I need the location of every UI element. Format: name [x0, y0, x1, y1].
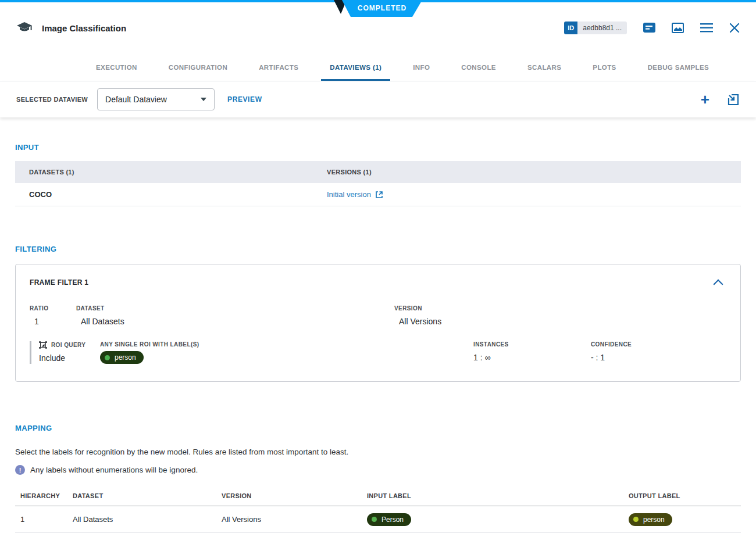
ratio-label: RATIO [30, 305, 76, 312]
version-label: VERSION [394, 305, 441, 312]
dataview-select[interactable]: Default Dataview [97, 88, 215, 110]
id-value: aedbb8d1 ... [577, 22, 627, 34]
collapse-chevron-up-icon[interactable] [714, 280, 723, 289]
roi-icon [39, 341, 47, 349]
column-dataset: DATASET [73, 492, 222, 499]
input-label-chip: Person [367, 513, 411, 526]
roi-mode: Include [39, 353, 100, 363]
dataset-value: All Datasets [73, 515, 222, 524]
tab-scalars[interactable]: SCALARS [512, 53, 577, 81]
dataview-select-value: Default Dataview [105, 95, 167, 104]
app-header: Image Classification ID aedbb8d1 ... [0, 2, 756, 53]
hierarchy-value: 1 [15, 515, 73, 524]
frame-filter-title: FRAME FILTER 1 [30, 278, 88, 287]
roi-label-chip: person [100, 351, 144, 364]
instances-value: 1 : ∞ [473, 353, 591, 362]
debug-image-icon[interactable] [672, 23, 684, 33]
tab-dataviews[interactable]: DATAVIEWS (1) [314, 53, 397, 81]
tab-execution[interactable]: EXECUTION [80, 53, 153, 81]
column-datasets: DATASETS (1) [15, 169, 327, 176]
id-label: ID [564, 22, 577, 34]
ratio-value: 1 [30, 317, 76, 326]
import-dataview-button[interactable] [727, 93, 740, 106]
output-label-chip: person [629, 513, 672, 526]
label-color-dot [105, 355, 110, 360]
label-color-dot [372, 517, 377, 522]
instances-label: INSTANCES [473, 341, 591, 348]
page-title: Image Classification [42, 23, 126, 33]
tab-configuration[interactable]: CONFIGURATION [153, 53, 243, 81]
version-link[interactable]: Initial version [327, 190, 383, 199]
mapping-table-header: HIERARCHY DATASET VERSION INPUT LABEL OU… [15, 485, 741, 506]
tab-console[interactable]: CONSOLE [445, 53, 512, 81]
dataview-toolbar: SELECTED DATAVIEW Default Dataview PREVI… [0, 81, 756, 117]
mapping-note: Any labels without enumerations will be … [30, 466, 198, 474]
info-icon: ! [15, 465, 25, 475]
input-table: DATASETS (1) VERSIONS (1) COCO Initial v… [15, 161, 741, 206]
column-input-label: INPUT LABEL [367, 492, 629, 499]
roi-query-label: ROI QUERY [51, 342, 85, 348]
dataset-value: All Datasets [76, 317, 394, 326]
tab-artifacts[interactable]: ARTIFACTS [243, 53, 314, 81]
dataset-label: DATASET [76, 305, 394, 312]
dataview-content: INPUT DATASETS (1) VERSIONS (1) COCO Ini… [0, 143, 756, 533]
filtering-section-title: FILTERING [15, 245, 741, 253]
selected-dataview-label: SELECTED DATAVIEW [16, 96, 88, 103]
preview-button[interactable]: PREVIEW [227, 95, 262, 103]
frame-filter-card: FRAME FILTER 1 RATIO 1 DATASET All Datas… [15, 264, 741, 382]
version-value: All Versions [394, 317, 441, 326]
chevron-down-icon [201, 98, 206, 101]
mapping-table: HIERARCHY DATASET VERSION INPUT LABEL OU… [15, 485, 741, 533]
tab-info[interactable]: INFO [397, 53, 445, 81]
label-color-dot [633, 517, 639, 522]
roi-rule-label: ANY SINGLE ROI WITH LABEL(S) [100, 341, 473, 348]
external-link-icon [375, 191, 383, 199]
close-icon[interactable] [729, 23, 740, 33]
status-bar: COMPLETED [0, 0, 756, 2]
comments-icon[interactable] [643, 23, 655, 34]
confidence-value: - : 1 [591, 353, 632, 362]
experiment-id-badge[interactable]: ID aedbb8d1 ... [564, 22, 627, 34]
input-section-title: INPUT [15, 143, 741, 152]
column-version: VERSION [222, 492, 367, 499]
version-value: All Versions [222, 515, 367, 524]
menu-icon[interactable] [700, 23, 713, 33]
input-table-header: DATASETS (1) VERSIONS (1) [15, 161, 741, 183]
tab-debug-samples[interactable]: DEBUG SAMPLES [632, 53, 725, 81]
tab-bar: EXECUTION CONFIGURATION ARTIFACTS DATAVI… [0, 53, 756, 81]
table-row: 1 All Datasets All Versions Person perso… [15, 506, 741, 533]
confidence-label: CONFIDENCE [591, 341, 632, 348]
tab-plots[interactable]: PLOTS [577, 53, 632, 81]
column-hierarchy: HIERARCHY [15, 492, 73, 499]
column-versions: VERSIONS (1) [327, 169, 741, 176]
mapping-section-title: MAPPING [15, 424, 741, 432]
add-dataview-button[interactable]: + [701, 92, 709, 107]
column-output-label: OUTPUT LABEL [629, 492, 741, 499]
roi-query-block: ROI QUERY Include ANY SINGLE ROI WITH LA… [30, 341, 726, 364]
table-row: COCO Initial version [15, 183, 741, 206]
dataset-name: COCO [15, 190, 327, 199]
mapping-description: Select the labels for recognition by the… [15, 448, 741, 456]
experiment-type-icon [16, 21, 33, 35]
